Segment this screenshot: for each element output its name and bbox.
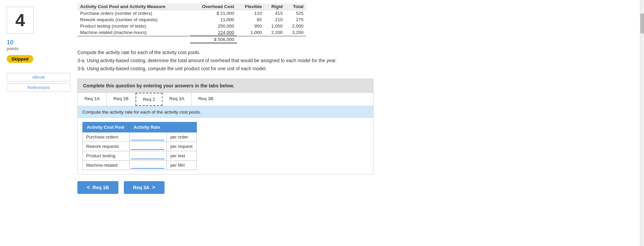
- rate-input-rework[interactable]: [131, 143, 165, 150]
- rate-input-machine[interactable]: [131, 162, 165, 169]
- instructions-block: Compute the activity rate for each of th…: [77, 49, 637, 73]
- req-description: Compute the activity rate for each of th…: [78, 106, 373, 118]
- unit-machine: per MH: [167, 161, 197, 170]
- complete-banner: Complete this question by entering your …: [77, 79, 373, 92]
- pool-name-product: Product testing: [83, 151, 130, 161]
- unit-rework: per request: [167, 142, 197, 151]
- prev-arrow-icon: <: [87, 184, 90, 191]
- scrollbar-track[interactable]: [640, 0, 644, 246]
- instruction-line2: 3-a. Using activity-based costing, deter…: [77, 57, 637, 65]
- instruction-line3: 3-b. Using activity-based costing, compu…: [77, 65, 637, 73]
- activity-row-product: Product testing per test: [83, 151, 197, 161]
- table-row: Machine related (machine-hours) 224,000 …: [77, 29, 306, 36]
- next-button[interactable]: Req 3A >: [124, 181, 165, 194]
- points-label: points: [7, 46, 71, 51]
- pool-name-rework: Rework requests: [83, 142, 130, 151]
- rate-input-cell-rework[interactable]: [130, 142, 167, 151]
- activity-rate-table: Activity Cost Pool Activity Rate Purchas…: [82, 122, 197, 170]
- col-header-activity: Activity Cost Pool and Activity Measure: [77, 3, 190, 10]
- tab-req3a[interactable]: Req 3A: [163, 93, 191, 106]
- ebook-link[interactable]: eBook: [7, 73, 71, 81]
- rate-input-cell-machine[interactable]: [130, 161, 167, 170]
- tab-req1a[interactable]: Req 1A: [78, 93, 107, 106]
- tab-content-area: Compute the activity rate for each of th…: [77, 106, 373, 174]
- table-row: Purchase orders (number of orders) $ 21,…: [77, 10, 306, 17]
- tabs-container: Req 1A Req 1B Req 2 Req 3A Req 3B: [77, 92, 373, 106]
- rate-input-purchase[interactable]: [131, 133, 165, 140]
- scrollbar-thumb[interactable]: [640, 13, 644, 34]
- col-header-flexible: Flexible: [237, 3, 264, 10]
- col-header-rigid: Rigid: [264, 3, 285, 10]
- prev-label: Req 1B: [93, 185, 109, 190]
- next-arrow-icon: >: [152, 184, 155, 191]
- rate-input-product[interactable]: [131, 152, 165, 159]
- activity-row-machine: Machine-related per MH: [83, 161, 197, 170]
- unit-product: per test: [167, 151, 197, 161]
- pool-name-machine: Machine-related: [83, 161, 130, 170]
- activity-col-header: Activity Cost Pool: [83, 122, 130, 132]
- rate-input-cell-product[interactable]: [130, 151, 167, 161]
- tab-req1b[interactable]: Req 1B: [107, 93, 136, 106]
- activity-row-rework: Rework requests per request: [83, 142, 197, 151]
- references-link[interactable]: References: [7, 83, 71, 92]
- col-header-total: Total: [285, 3, 306, 10]
- next-label: Req 3A: [133, 185, 149, 190]
- table-total-row: $ 506,000: [77, 36, 306, 43]
- points-value: 10: [7, 39, 71, 46]
- question-number-box: 4: [7, 7, 34, 34]
- col-header-overhead: Overhead Cost: [190, 3, 237, 10]
- unit-purchase: per order: [167, 132, 197, 142]
- nav-buttons: < Req 1B Req 3A >: [77, 181, 637, 194]
- instruction-line1: Compute the activity rate for each of th…: [77, 49, 637, 57]
- pool-name-purchase: Purchase orders: [83, 132, 130, 142]
- rate-input-cell-purchase[interactable]: [130, 132, 167, 142]
- table-row: Rework requests (number of requests) 11,…: [77, 16, 306, 23]
- tab-req3b[interactable]: Req 3B: [191, 93, 220, 106]
- question-number: 4: [15, 10, 25, 30]
- overhead-data-table: Activity Cost Pool and Activity Measure …: [77, 3, 306, 43]
- rate-col-header: Activity Rate: [130, 122, 197, 132]
- activity-row-purchase: Purchase orders per order: [83, 132, 197, 142]
- tab-req2[interactable]: Req 2: [136, 93, 163, 106]
- activity-table-wrapper: Activity Cost Pool Activity Rate Purchas…: [78, 118, 373, 174]
- table-row: Product testing (number of tests) 250,00…: [77, 23, 306, 29]
- status-badge: Skipped: [7, 55, 33, 63]
- prev-button[interactable]: < Req 1B: [77, 181, 118, 194]
